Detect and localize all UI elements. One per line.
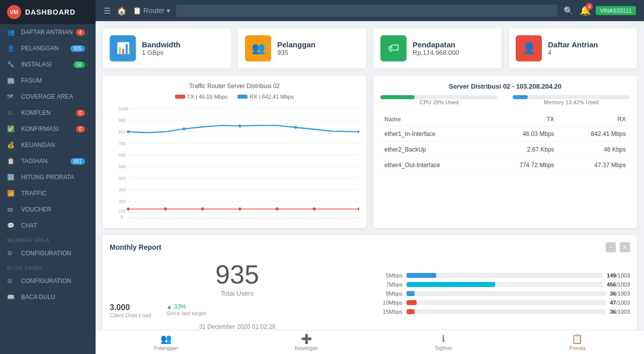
chart-legend: TX | 46.03 Mbps RX | 842.41 Mbps <box>110 94 359 100</box>
sidebar-blog: ⚙ CONFIGURATION 📖 BACA DULU › <box>0 273 96 305</box>
icon-configuration-member: ⚙ <box>7 250 17 257</box>
icon-keuangan: 💰 <box>7 141 17 149</box>
sidebar-item-configuration-blog[interactable]: ⚙ CONFIGURATION <box>0 273 96 289</box>
server-table: Name TX RX ether1_In-Interface 46.03 Mbp… <box>380 113 630 173</box>
icon-traffic: 📶 <box>7 190 17 197</box>
bw-bar-wrap <box>407 282 603 287</box>
bottombar-keuangan[interactable]: ➕ Keuangan <box>295 333 318 351</box>
sidebar-item-keuangan[interactable]: 💰 KEUANGAN › <box>0 137 96 153</box>
svg-text:900: 900 <box>119 118 126 123</box>
stat-card-pelanggan: 👥 Pelanggan 935 <box>238 28 366 68</box>
mem-bar <box>513 95 630 99</box>
col-tx: TX <box>487 113 558 126</box>
overload-value: 3.000 <box>110 303 151 312</box>
sidebar-item-baca-dulu[interactable]: 📖 BACA DULU › <box>0 289 96 305</box>
row-rx: 46 Kbps <box>558 142 630 158</box>
svg-point-28 <box>358 207 359 210</box>
sidebar-item-chat[interactable]: 💬 CHAT › <box>0 218 96 234</box>
monthly-header: Monthly Report − ✕ <box>110 242 630 252</box>
badge-konfirmasi: 0 <box>76 126 85 132</box>
notif-badge: 4 <box>586 3 593 10</box>
col-rx: RX <box>558 113 630 126</box>
search-input[interactable] <box>176 5 557 17</box>
sidebar-item-konfirmasi[interactable]: ✅ KONFIRMASI 0 › <box>0 121 96 137</box>
stat-icon-pendapatan: 🏷 <box>380 35 407 61</box>
label-konfirmasi: KONFIRMASI <box>21 125 76 132</box>
monthly-panel: Monthly Report − ✕ 935 Total Users 3.000… <box>103 235 637 330</box>
arrow-pelanggan: › <box>87 46 89 51</box>
bb-icon-tagihan: ℹ <box>442 333 445 344</box>
label-fasum: FASUM <box>21 77 87 84</box>
mem-progress: Memory 13.42% Used <box>513 95 630 107</box>
arrow-tagihan: › <box>87 159 89 164</box>
icon-daftar-antrian: 👥 <box>7 29 17 36</box>
router-dropdown[interactable]: 📋 Router ▾ <box>133 7 170 15</box>
chart-legend-item: TX | 46.03 Mbps <box>175 94 228 100</box>
svg-text:300: 300 <box>119 187 126 192</box>
monthly-controls: − ✕ <box>606 242 630 252</box>
change-stat: ▲ 33% Since last target <box>167 303 206 318</box>
bb-label-pelanggan: Pelanggan <box>154 345 178 351</box>
sidebar-item-voucher[interactable]: 🎟 VOUCHER › <box>0 201 96 218</box>
server-table-body: ether1_In-Interface 46.03 Mbps 842.41 Mb… <box>380 126 630 173</box>
label-keuangan: KEUANGAN <box>21 141 87 149</box>
arrow-coverage-area: › <box>87 94 89 100</box>
cpu-fill <box>380 95 415 99</box>
bottombar: 👥 Pelanggan ➕ Keuangan ℹ Tagihan 📋 Prora… <box>96 330 644 354</box>
app-title: DASHBOARD <box>25 8 75 16</box>
svg-point-25 <box>238 207 242 210</box>
label-instalasi: INSTALASI <box>21 61 73 68</box>
bw-bar-fill <box>407 291 415 296</box>
stat-info-pendapatan: Pendapatan Rp.114.968.000 <box>413 40 459 56</box>
bottombar-tagihan[interactable]: ℹ Tagihan <box>435 333 452 351</box>
sidebar-item-hitung-prorata[interactable]: 🔢 HITUNG PRORATA › <box>0 169 96 185</box>
chart-title: Traffic Router Server Distribusi 02 <box>110 83 359 90</box>
menu-icon[interactable]: ☰ <box>104 6 111 16</box>
minimize-btn[interactable]: − <box>606 242 616 252</box>
topbar: ☰ 🏠 📋 Router ▾ 🔍 🔔 4 VINAS33111 <box>96 0 644 21</box>
notification-bell[interactable]: 🔔 4 <box>580 5 591 16</box>
svg-point-24 <box>201 207 204 210</box>
cpu-progress: CPU 29% Used <box>380 95 498 107</box>
arrow-fasum: › <box>87 78 89 84</box>
legend-color <box>175 95 185 99</box>
label-daftar-antrian: DAFTAR ANTRIAN <box>21 29 76 36</box>
home-icon[interactable]: 🏠 <box>117 6 127 16</box>
bw-bar-wrap <box>407 309 606 314</box>
sidebar-item-tagihan[interactable]: 📋 TAGIHAN 881 › <box>0 153 96 169</box>
sidebar-item-komplen[interactable]: ⚠ KOMPLEN 0 › <box>0 105 96 121</box>
svg-point-29 <box>127 130 130 133</box>
bw-row-8Mbps: 8Mbps 36/1003 <box>375 291 630 297</box>
chart-legend-item: RX | 842.41 Mbps <box>237 94 294 100</box>
stat-value-pendapatan: Rp.114.968.000 <box>413 49 459 56</box>
row-name: ether2_BackUp <box>380 142 487 158</box>
sidebar-item-fasum[interactable]: 🏢 FASUM › <box>0 73 96 89</box>
search-icon[interactable]: 🔍 <box>564 6 574 16</box>
svg-text:700: 700 <box>119 141 126 146</box>
svg-text:1000: 1000 <box>119 106 129 111</box>
traffic-chart: 1000 900 800 700 600 500 400 300 200 100… <box>110 104 359 220</box>
stat-info-daftar-antrian: Daftar Antrian 4 <box>548 40 598 56</box>
label-hitung-prorata: HITUNG PRORATA <box>21 174 87 181</box>
row-tx: 2.67 Kbps <box>487 142 558 158</box>
svg-text:500: 500 <box>119 164 126 169</box>
svg-text:200: 200 <box>119 199 126 204</box>
sidebar-item-configuration-member[interactable]: ⚙ CONFIGURATION <box>0 245 96 261</box>
arrow-hitung-prorata: › <box>87 175 89 180</box>
icon-voucher: 🎟 <box>7 206 17 213</box>
bw-bar-fill <box>407 300 417 305</box>
sidebar-item-daftar-antrian[interactable]: 👥 DAFTAR ANTRIAN 4 › <box>0 24 96 40</box>
legend-label: RX | 842.41 Mbps <box>250 94 294 100</box>
sidebar-item-coverage-area[interactable]: 🗺 COVERAGE AREA › <box>0 89 96 105</box>
mem-fill <box>513 95 528 99</box>
close-btn[interactable]: ✕ <box>620 242 630 252</box>
stat-cards: 📊 Bandwidth 1 GBps 👥 Pelanggan 935 🏷 Pen… <box>103 28 637 68</box>
bw-count: 149/1003 <box>607 272 630 278</box>
label-komplen: KOMPLEN <box>21 109 76 116</box>
sidebar-item-instalasi[interactable]: 🔧 INSTALASI 58 › <box>0 56 96 73</box>
sidebar-item-pelanggan[interactable]: 👤 PELANGGAN 935 › <box>0 40 96 56</box>
bottombar-prorata[interactable]: 📋 Prorata <box>569 333 586 351</box>
sidebar-item-traffic[interactable]: 📶 TRAFFIC › <box>0 185 96 201</box>
arrow-konfirmasi: › <box>87 126 89 132</box>
bottombar-pelanggan[interactable]: 👥 Pelanggan <box>154 333 178 351</box>
